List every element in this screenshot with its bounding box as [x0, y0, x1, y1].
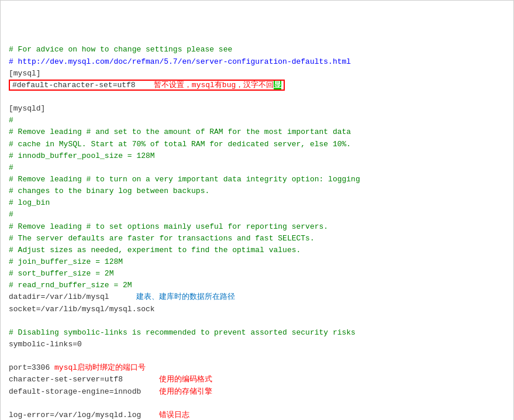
comment-text: # cache in MySQL. Start at 70% of total … — [9, 140, 351, 149]
code-line: # For advice on how to change settings p… — [9, 44, 505, 56]
code-content: # For advice on how to change settings p… — [9, 6, 505, 420]
code-line — [9, 350, 505, 362]
code-line — [9, 398, 505, 409]
code-line: # innodb_buffer_pool_size = 128M — [9, 150, 505, 162]
comment-text: # changes to the binary log between back… — [9, 187, 209, 195]
code-line: # changes to the binary log between back… — [9, 185, 505, 197]
code-text: default-storage-engine=innodb — [9, 387, 141, 396]
code-line: # — [9, 162, 505, 174]
comment-text: # Remove leading # and set to the amount… — [9, 128, 351, 136]
comment-text: # — [9, 116, 13, 125]
comment-text: # innodb_buffer_pool_size = 128M — [9, 152, 155, 160]
code-line: # Remove leading # to set options mainly… — [9, 221, 505, 233]
comment-text: # log_bin — [9, 198, 50, 207]
code-line: character-set-server=utf8 使用的编码格式 — [9, 374, 505, 385]
code-line — [9, 91, 505, 103]
code-line: # — [9, 115, 505, 126]
code-text: port=3306 — [9, 363, 50, 372]
code-line: # Remove leading # to turn on a very imp… — [9, 174, 505, 185]
comment-text: # Remove leading # to turn on a very imp… — [9, 175, 360, 184]
annotation-label: 建表、建库时的数据所在路径 — [136, 292, 235, 301]
annotation-label: mysql启动时绑定的端口号 — [54, 363, 146, 372]
code-line: # join_buffer_size = 128M — [9, 256, 505, 268]
comment-text: # — [9, 163, 13, 172]
comment-text: # sort_buffer_size = 2M — [9, 269, 113, 278]
code-line: # http://dev.mysql.com/doc/refman/5.7/en… — [9, 56, 505, 68]
main-window: # For advice on how to change settings p… — [0, 0, 514, 420]
code-line: # — [9, 209, 505, 221]
code-line: [mysql] — [9, 68, 505, 80]
url-text: # http://dev.mysql.com/doc/refman/5.7/en… — [9, 57, 351, 66]
code-line: # Adjust sizes as needed, experiment to … — [9, 245, 505, 256]
code-line: # Remove leading # and set to the amount… — [9, 126, 505, 138]
code-line: # Disabling symbolic-links is recommende… — [9, 327, 505, 339]
code-text: character-set-server=utf8 — [9, 375, 123, 384]
code-line: # log_bin — [9, 197, 505, 209]
code-line: # read_rnd_buffer_size = 2M — [9, 280, 505, 291]
code-line: # sort_buffer_size = 2M — [9, 268, 505, 280]
annotation-label: 使用的编码格式 — [159, 375, 212, 384]
annotation-label: 使用的存储引擎 — [159, 387, 212, 396]
annotation-label: 错误日志 — [159, 411, 189, 419]
code-text: log-error=/var/log/mysqld.log — [9, 411, 141, 419]
code-line: [mysqld] — [9, 103, 505, 115]
comment-text: # read_rnd_buffer_size = 2M — [9, 281, 132, 290]
comment-text: # — [9, 210, 13, 219]
code-line: port=3306 mysql启动时绑定的端口号 — [9, 362, 505, 374]
code-line: datadir=/var/lib/mysql 建表、建库时的数据所在路径 — [9, 291, 505, 303]
comment-text: # Disabling symbolic-links is recommende… — [9, 328, 356, 337]
highlighted-code: #default-character-set=utf8 暂不设置，mysql有b… — [9, 80, 285, 91]
code-line: # The server defaults are faster for tra… — [9, 233, 505, 245]
comment-text: # For advice on how to change settings p… — [9, 45, 232, 54]
comment-text: # Remove leading # to set options mainly… — [9, 222, 328, 231]
code-line: #default-character-set=utf8 暂不设置，mysql有b… — [9, 80, 505, 91]
code-line: # cache in MySQL. Start at 70% of total … — [9, 139, 505, 150]
comment-text: # The server defaults are faster for tra… — [9, 234, 315, 243]
code-text: #default-character-set=utf8 — [12, 81, 136, 89]
code-line: socket=/var/lib/mysql/mysql.sock — [9, 304, 505, 315]
green-bg-char: 显 — [274, 81, 281, 89]
annotation-text: 暂不设置，mysql有bug，汉字不回 — [136, 81, 274, 89]
comment-text: # join_buffer_size = 128M — [9, 257, 123, 266]
code-line: default-storage-engine=innodb 使用的存储引擎 — [9, 386, 505, 398]
code-line: symbolic-links=0 — [9, 339, 505, 350]
code-line: log-error=/var/log/mysqld.log 错误日志 — [9, 409, 505, 420]
code-line — [9, 315, 505, 327]
comment-text: # Adjust sizes as needed, experiment to … — [9, 246, 301, 254]
code-text: datadir=/var/lib/mysql — [9, 292, 109, 301]
